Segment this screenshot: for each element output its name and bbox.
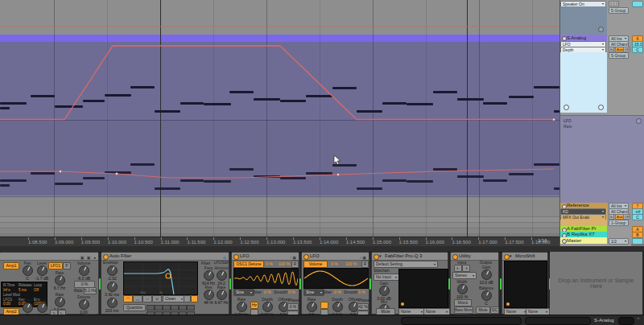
- map-target-button[interactable]: OSC1 Detune: [233, 261, 264, 268]
- lfo1-phase-field[interactable]: 0 %: [287, 303, 299, 311]
- lfo2-wave-chooser[interactable]: Sine: [303, 289, 324, 296]
- track-header-s-analog[interactable]: S Analog: [560, 35, 607, 41]
- return-a-name[interactable]: A FabFilter Pr: [560, 226, 607, 232]
- device-on-icon[interactable]: [303, 254, 309, 260]
- analog-output-chooser[interactable]: 5-Group: [609, 52, 629, 59]
- lfo-f-button[interactable]: F: [63, 262, 71, 269]
- automation-chooser-kd[interactable]: KD: [560, 208, 606, 214]
- resize-handle-icon[interactable]: [564, 105, 569, 110]
- monitor-off-button[interactable]: Off: [623, 47, 630, 52]
- lfo1-wave-chooser[interactable]: Sine: [233, 289, 254, 296]
- env-attack-knob[interactable]: 3.42 ms: [102, 282, 122, 297]
- map-min-field[interactable]: 0 %: [266, 261, 273, 266]
- device-microshift[interactable]: MicroShift▾ None None: [502, 252, 548, 315]
- track-name-reference[interactable]: Reference: [560, 203, 607, 208]
- track-body-s-analog[interactable]: [560, 52, 607, 113]
- unfold-icon[interactable]: ▾: [510, 253, 512, 260]
- channel-mode-chooser[interactable]: Stereo: [452, 272, 477, 279]
- sidechain-input-chooser[interactable]: No Input: [374, 274, 399, 281]
- track-header-reference[interactable]: Reference: [560, 203, 607, 208]
- width-knob[interactable]: Width100 %: [452, 279, 472, 299]
- bass-mono-button[interactable]: Bass Mono: [454, 306, 473, 314]
- automation-chooser-depth[interactable]: Depth: [560, 47, 606, 52]
- automation-chooser-mfx[interactable]: MFX Out Enab: [560, 214, 606, 220]
- filter-type-lowpass-icon[interactable]: ◠: [123, 295, 133, 302]
- device-lfo-2[interactable]: LFO◦▣ Volume 0 % 100 % R Sine Jitter 0 %…: [301, 252, 369, 315]
- volume-knob[interactable]: Volume-6.0 dB: [74, 261, 93, 281]
- device-on-icon[interactable]: [233, 254, 239, 260]
- mono-button[interactable]: Mono: [454, 299, 472, 306]
- slope-button[interactable]: [184, 295, 191, 302]
- status-field-2[interactable]: [525, 317, 591, 325]
- circuit-chooser[interactable]: Clean: [163, 295, 185, 302]
- chevron-up-icon[interactable]: ⌃: [636, 317, 641, 323]
- sidechain-gain-knob[interactable]: Gain0.00 dB: [374, 281, 394, 301]
- jitter-field[interactable]: 0 %: [264, 290, 271, 294]
- track-name-s-analog[interactable]: S Analog: [560, 35, 607, 41]
- preset-chooser[interactable]: Default Setting: [374, 261, 438, 268]
- remove-lane-icon[interactable]: [636, 118, 642, 124]
- map-r-button[interactable]: R: [291, 261, 299, 268]
- gain-knob[interactable]: Gain10.0 dB: [477, 265, 496, 285]
- amp1-toggle[interactable]: Amp1: [3, 262, 19, 269]
- map-max-field[interactable]: 100 %: [345, 261, 357, 266]
- speaker-output-chooser[interactable]: 5-Group: [609, 7, 629, 14]
- device-lfo-1[interactable]: LFO◦▣ OSC1 Detune 0 % 100 % R Sine Jitte…: [231, 252, 299, 315]
- monitor-in-button[interactable]: In: [609, 47, 614, 52]
- reference-pan-field[interactable]: C: [632, 214, 643, 220]
- monitor-off-button[interactable]: Off: [623, 214, 630, 220]
- plugin-placeholder[interactable]: [504, 261, 547, 308]
- time-ruler[interactable]: 1:08.5001:09.0001:09.5001:10.0001:10.500…: [0, 237, 559, 246]
- device-on-icon[interactable]: [374, 254, 379, 260]
- track-header-master[interactable]: Master: [560, 237, 607, 244]
- map-r-button[interactable]: R: [361, 261, 369, 268]
- lfo-rate-knob[interactable]: Rate6.47 Hz: [212, 285, 231, 305]
- filter-type-highpass-icon[interactable]: ◡: [133, 295, 142, 302]
- volume-rate-field[interactable]: 5.1 Hz: [84, 287, 97, 294]
- plugin-placeholder[interactable]: [398, 269, 448, 308]
- track-header-return-b[interactable]: B Replika X7: [560, 232, 607, 237]
- reference-output-chooser[interactable]: 1-Group: [609, 220, 629, 226]
- device-analog[interactable]: ▣ ▣ ● Amp1 PanC Level-1.7 dB R.Time Inf …: [0, 252, 99, 315]
- lfo1-toggle[interactable]: LFO1: [48, 262, 63, 269]
- track-speaker-body[interactable]: [560, 6, 607, 35]
- track-header-return-a[interactable]: A FabFilter Pr: [560, 226, 607, 232]
- lfo-amount-knob[interactable]: Amount24.2: [212, 265, 231, 286]
- map-target-button[interactable]: Volume: [303, 261, 328, 268]
- automation-lane-header[interactable]: LFO Rate: [560, 115, 644, 204]
- fold-handle-icon[interactable]: [598, 27, 604, 32]
- device-auto-filter[interactable]: Auto Filter⊕ Envelope -2.02 3.42 ms 203 …: [101, 252, 229, 315]
- monitor-in-button[interactable]: In: [609, 214, 614, 220]
- device-on-icon[interactable]: [452, 254, 458, 260]
- env-release-knob[interactable]: 203 ms: [102, 298, 122, 313]
- arrangement-view[interactable]: 1:08.5001:09.0001:09.5001:10.0001:10.500…: [0, 0, 559, 246]
- master-output-chooser[interactable]: 1/2: [609, 238, 629, 245]
- device-fabfilter-pro-q3[interactable]: FabFilter Pro-Q 3▾ Default Setting Sidec…: [371, 252, 448, 315]
- filter-on-button[interactable]: [191, 295, 198, 302]
- filter-type-bandpass-icon[interactable]: ∩: [142, 295, 152, 302]
- lfo1-rate-knob[interactable]: Rate6.7 Hz: [50, 270, 69, 290]
- unfold-icon[interactable]: ▾: [379, 253, 382, 260]
- device-on-icon[interactable]: [504, 254, 510, 260]
- speaker-on-chooser[interactable]: Speaker On: [560, 1, 606, 6]
- detune-knob[interactable]: Detune0.00: [74, 294, 93, 315]
- dc-button[interactable]: DC: [490, 306, 499, 314]
- speaker-volume-badge[interactable]: [632, 1, 643, 7]
- reference-body[interactable]: [560, 220, 607, 226]
- smooth-field[interactable]: 0 %: [358, 290, 365, 294]
- mute-button[interactable]: Mute: [476, 306, 490, 314]
- env-amount-knob[interactable]: -2.02: [102, 265, 122, 281]
- lfo2-phase-field[interactable]: 42 %: [357, 303, 369, 311]
- analog-pan-field[interactable]: C: [632, 47, 643, 53]
- device-on-icon[interactable]: [103, 254, 109, 260]
- jitter-field[interactable]: 0 %: [334, 290, 341, 294]
- fold-handle-icon[interactable]: [598, 105, 604, 110]
- balance-knob[interactable]: BalanceC: [477, 286, 496, 306]
- map-max-field[interactable]: 100 %: [279, 261, 290, 266]
- phase-right-button[interactable]: ◑: [462, 265, 470, 272]
- device-drop-area[interactable]: Drop an Instrument or Sample Here: [550, 252, 642, 315]
- master-name[interactable]: Master: [560, 237, 607, 244]
- smooth-field[interactable]: 0 %: [288, 290, 295, 294]
- filter-display[interactable]: 100 1k: [123, 261, 198, 295]
- return-b-name[interactable]: B Replika X7: [560, 232, 607, 237]
